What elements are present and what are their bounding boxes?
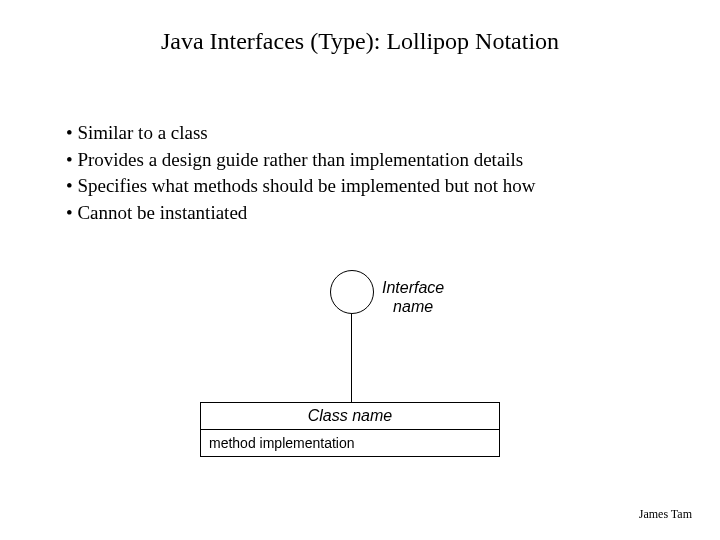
interface-label: Interface name: [382, 278, 444, 316]
lollipop-circle-icon: [330, 270, 374, 314]
lollipop-diagram: Interface name Class name method impleme…: [200, 270, 520, 480]
lollipop-stem-icon: [351, 314, 352, 402]
method-row: method implementation: [201, 430, 499, 456]
bullet-list: Similar to a class Provides a design gui…: [66, 120, 535, 226]
bullet-item: Specifies what methods should be impleme…: [66, 173, 535, 200]
slide-title: Java Interfaces (Type): Lollipop Notatio…: [0, 0, 720, 55]
bullet-item: Similar to a class: [66, 120, 535, 147]
interface-label-line2: name: [382, 297, 444, 316]
class-box: Class name method implementation: [200, 402, 500, 457]
class-name-row: Class name: [201, 403, 499, 430]
bullet-item: Cannot be instantiated: [66, 200, 535, 227]
bullet-item: Provides a design guide rather than impl…: [66, 147, 535, 174]
footer-author: James Tam: [639, 507, 692, 522]
interface-label-line1: Interface: [382, 278, 444, 297]
